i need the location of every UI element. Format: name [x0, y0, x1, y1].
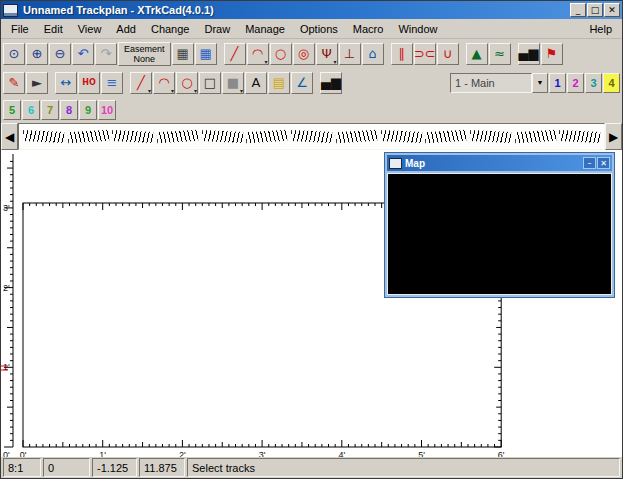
menu-item-file[interactable]: File: [4, 21, 36, 37]
menu-item-manage[interactable]: Manage: [238, 21, 292, 37]
elevation-icon[interactable]: ▲: [466, 43, 488, 65]
svg-text:2': 2': [179, 450, 186, 457]
dropdown-arrow-icon[interactable]: ▾: [148, 88, 151, 94]
join-track-icon: ⊃⊂: [414, 47, 436, 60]
draw-filled-box-icon[interactable]: ■▾: [222, 72, 244, 94]
map-content[interactable]: [387, 173, 612, 295]
maximize-button[interactable]: □: [587, 3, 603, 17]
track-thumbnail[interactable]: [291, 130, 332, 143]
svg-text:0': 0': [3, 450, 10, 457]
select-icon[interactable]: ►: [26, 72, 48, 94]
track-thumbnail[interactable]: [559, 130, 600, 143]
menu-item-view[interactable]: View: [71, 21, 109, 37]
status-count: 0: [43, 458, 90, 477]
palette-scroll-left-icon[interactable]: ◀: [1, 123, 18, 150]
zoom-extents-icon[interactable]: ⊙: [3, 43, 25, 65]
layer-combo-arrow-icon[interactable]: ▼: [532, 73, 548, 93]
easement-button[interactable]: Easement None: [118, 42, 171, 66]
menu-item-change[interactable]: Change: [144, 21, 197, 37]
snap-grid-icon[interactable]: ▦: [172, 43, 194, 65]
draw-arc-icon[interactable]: ◠▾: [153, 72, 175, 94]
track-thumbnail[interactable]: [470, 130, 511, 143]
scale-icon[interactable]: HO: [78, 72, 100, 94]
menu-item-window[interactable]: Window: [391, 21, 444, 37]
describe-icon[interactable]: ✎: [3, 72, 25, 94]
layer-button-3[interactable]: 3: [585, 73, 602, 93]
track-thumbnail[interactable]: [201, 130, 242, 143]
palette-scroll-right-icon[interactable]: ▶: [605, 123, 622, 150]
track-thumbnail[interactable]: [336, 130, 377, 143]
run-trains-icon[interactable]: ▄▆: [320, 72, 342, 94]
redo-icon[interactable]: ↷: [95, 43, 117, 65]
layer-button-1[interactable]: 1: [549, 73, 566, 93]
dropdown-arrow-icon[interactable]: ▾: [171, 88, 174, 94]
describe-icon: ✎: [9, 76, 20, 89]
menu-item-draw[interactable]: Draw: [197, 21, 237, 37]
connect-track-icon[interactable]: ∪: [437, 43, 459, 65]
layer-button-7[interactable]: 7: [41, 100, 59, 120]
menu-item-macro[interactable]: Macro: [346, 21, 391, 37]
track-thumbnail[interactable]: [425, 130, 466, 143]
draw-box-icon[interactable]: □: [199, 72, 221, 94]
curved-track-icon[interactable]: ◠▾: [247, 43, 269, 65]
close-button[interactable]: ✕: [604, 3, 620, 17]
scale-icon: HO: [82, 79, 96, 87]
map-window-icon: [389, 158, 402, 169]
layer-button-8[interactable]: 8: [60, 100, 78, 120]
drawing-area[interactable]: 0'1'2'3'4'5'6'3'2'1'0' Map –✕: [1, 150, 622, 457]
track-thumbnail[interactable]: [112, 130, 153, 143]
turnout-icon[interactable]: Ψ▾: [316, 43, 338, 65]
helix-track-icon[interactable]: ◎: [293, 43, 315, 65]
hand-laid-turnout-icon[interactable]: ⊥: [339, 43, 361, 65]
app-icon: [3, 4, 18, 17]
circle-track-icon: ○: [275, 47, 286, 60]
map-close-button[interactable]: ✕: [597, 157, 610, 169]
palette-strip[interactable]: [18, 123, 605, 150]
zoom-in-icon[interactable]: ⊕: [26, 43, 48, 65]
titlebar[interactable]: Unnamed Trackplan - XTrkCad(4.0.1) _□✕: [1, 1, 622, 19]
dropdown-arrow-icon[interactable]: ▾: [240, 88, 243, 94]
track-thumbnail[interactable]: [67, 130, 108, 143]
minimize-button[interactable]: _: [570, 3, 586, 17]
grid-icon[interactable]: ▦: [195, 43, 217, 65]
map-titlebar[interactable]: Map –✕: [387, 155, 612, 171]
track-thumbnail[interactable]: [514, 130, 555, 143]
straight-track-icon[interactable]: ╱: [224, 43, 246, 65]
draw-line-icon[interactable]: ╱▾: [130, 72, 152, 94]
track-thumbnail[interactable]: [246, 130, 287, 143]
track-thumbnail[interactable]: [23, 130, 64, 143]
layer-button-4[interactable]: 4: [603, 73, 620, 93]
profile-icon[interactable]: ≈: [489, 43, 511, 65]
join-track-icon[interactable]: ⊃⊂: [414, 43, 436, 65]
dropdown-arrow-icon[interactable]: ▾: [194, 88, 197, 94]
undo-icon[interactable]: ↶: [72, 43, 94, 65]
toolbar-row-2: ✎►↔HO≡╱▾◠▾○▾□■▾A▤∠▄▆ 1 - Main ▼ 1234: [1, 68, 622, 97]
layer-combo-value[interactable]: 1 - Main: [450, 73, 532, 93]
dropdown-arrow-icon[interactable]: ▾: [265, 59, 268, 65]
parallel-track-icon[interactable]: ∥: [391, 43, 413, 65]
track-thumbnail[interactable]: [380, 130, 421, 143]
menu-item-add[interactable]: Add: [109, 21, 143, 37]
dropdown-arrow-icon[interactable]: ▾: [334, 59, 337, 65]
draw-circle-icon[interactable]: ○▾: [176, 72, 198, 94]
menu-item-edit[interactable]: Edit: [37, 21, 70, 37]
zoom-out-icon[interactable]: ⊖: [49, 43, 71, 65]
circle-track-icon[interactable]: ○: [270, 43, 292, 65]
menu-item-help[interactable]: Help: [582, 21, 619, 37]
layer-button-2[interactable]: 2: [567, 73, 584, 93]
train-icon[interactable]: ▄▆: [518, 43, 540, 65]
structure-icon[interactable]: ⌂: [362, 43, 384, 65]
parts-list-icon[interactable]: ≡: [101, 72, 123, 94]
layer-button-5[interactable]: 5: [3, 100, 21, 120]
train-stop-icon[interactable]: ⚑: [541, 43, 563, 65]
menu-item-options[interactable]: Options: [293, 21, 345, 37]
measure-icon[interactable]: ↔: [55, 72, 77, 94]
layer-button-10[interactable]: 10: [98, 100, 116, 120]
protractor-icon[interactable]: ∠: [291, 72, 313, 94]
track-thumbnail[interactable]: [157, 130, 198, 143]
layer-button-9[interactable]: 9: [79, 100, 97, 120]
text-tool-icon[interactable]: A: [245, 72, 267, 94]
note-icon[interactable]: ▤: [268, 72, 290, 94]
map-minimize-button[interactable]: –: [583, 157, 596, 169]
layer-button-6[interactable]: 6: [22, 100, 40, 120]
